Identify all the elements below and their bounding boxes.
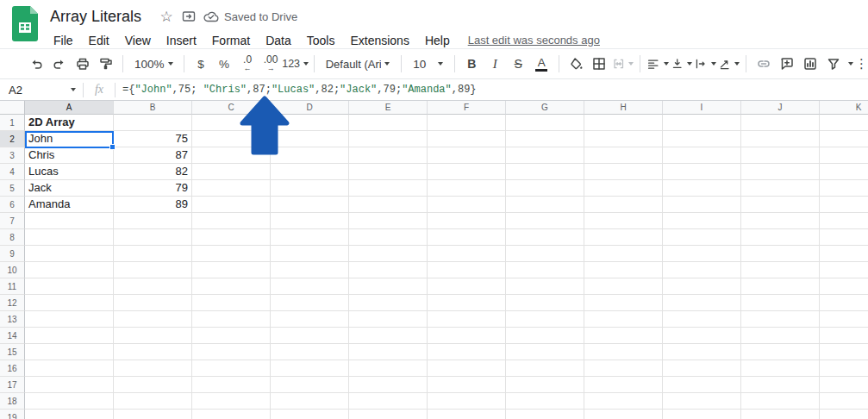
cell-K12[interactable]	[820, 295, 868, 311]
row-header-3[interactable]: 3	[0, 147, 25, 164]
cell-B15[interactable]	[114, 344, 192, 360]
cell-J17[interactable]	[741, 377, 820, 393]
cell-D18[interactable]	[271, 393, 349, 410]
cell-J6[interactable]	[741, 197, 820, 213]
cell-H8[interactable]	[584, 229, 663, 246]
cell-H5[interactable]	[584, 180, 663, 197]
cell-E11[interactable]	[349, 278, 428, 295]
font-size-dropdown[interactable]: 10	[408, 53, 448, 75]
cell-H1[interactable]	[584, 115, 663, 131]
cell-E8[interactable]	[349, 229, 428, 246]
increase-decimal-button[interactable]: .00→	[260, 53, 282, 75]
vertical-align-button[interactable]	[671, 53, 692, 75]
cell-A17[interactable]	[25, 377, 114, 393]
cell-J5[interactable]	[741, 180, 820, 197]
cell-I10[interactable]	[663, 262, 741, 278]
cell-E7[interactable]	[349, 213, 428, 229]
cell-F10[interactable]	[428, 262, 506, 278]
cell-H16[interactable]	[584, 360, 663, 377]
document-title[interactable]: Array Literals	[50, 8, 141, 26]
row-header-10[interactable]: 10	[0, 262, 25, 278]
cell-F13[interactable]	[428, 311, 506, 328]
cell-D7[interactable]	[271, 213, 349, 229]
cell-F5[interactable]	[428, 180, 506, 197]
cell-J15[interactable]	[741, 344, 820, 360]
row-header-12[interactable]: 12	[0, 295, 25, 311]
cell-C6[interactable]	[192, 197, 271, 213]
cell-K4[interactable]	[820, 164, 868, 180]
cell-E1[interactable]	[349, 115, 428, 131]
cell-F3[interactable]	[428, 147, 506, 164]
cell-H12[interactable]	[584, 295, 663, 311]
cell-B12[interactable]	[114, 295, 192, 311]
cell-I15[interactable]	[663, 344, 741, 360]
insert-link-button[interactable]	[752, 53, 774, 75]
cell-I14[interactable]	[663, 328, 741, 344]
cell-D5[interactable]	[271, 180, 349, 197]
cell-E14[interactable]	[349, 328, 428, 344]
row-header-8[interactable]: 8	[0, 229, 25, 246]
cell-I13[interactable]	[663, 311, 741, 328]
cell-I5[interactable]	[663, 180, 741, 197]
cell-K13[interactable]	[820, 311, 868, 328]
cell-D9[interactable]	[271, 246, 349, 262]
cell-I3[interactable]	[663, 147, 741, 164]
cell-K10[interactable]	[820, 262, 868, 278]
row-header-19[interactable]: 19	[0, 410, 25, 419]
cell-A9[interactable]	[25, 246, 114, 262]
cell-G19[interactable]	[506, 410, 584, 419]
cell-K17[interactable]	[820, 377, 868, 393]
cell-F1[interactable]	[428, 115, 506, 131]
cell-G18[interactable]	[506, 393, 584, 410]
cell-E19[interactable]	[349, 410, 428, 419]
cell-I6[interactable]	[663, 197, 741, 213]
cell-H14[interactable]	[584, 328, 663, 344]
cell-H2[interactable]	[584, 131, 663, 147]
fill-color-button[interactable]	[565, 53, 587, 75]
cell-B17[interactable]	[114, 377, 192, 393]
row-header-2[interactable]: 2	[0, 131, 25, 147]
cell-D14[interactable]	[271, 328, 349, 344]
cell-G15[interactable]	[506, 344, 584, 360]
cell-H17[interactable]	[584, 377, 663, 393]
cell-B13[interactable]	[114, 311, 192, 328]
cell-D16[interactable]	[271, 360, 349, 377]
text-wrap-button[interactable]	[694, 53, 715, 75]
row-header-6[interactable]: 6	[0, 197, 25, 213]
cell-J9[interactable]	[741, 246, 820, 262]
row-header-18[interactable]: 18	[0, 393, 25, 410]
cell-I18[interactable]	[663, 393, 741, 410]
row-header-14[interactable]: 14	[0, 328, 25, 344]
cell-C3[interactable]	[192, 147, 271, 164]
row-header-4[interactable]: 4	[0, 164, 25, 180]
menu-help[interactable]: Help	[417, 32, 458, 49]
cell-D13[interactable]	[271, 311, 349, 328]
cell-G2[interactable]	[506, 131, 584, 147]
cell-J2[interactable]	[741, 131, 820, 147]
column-header-G[interactable]: G	[506, 101, 584, 115]
insert-chart-button[interactable]	[799, 53, 821, 75]
font-dropdown[interactable]: Default (Ari...	[321, 53, 396, 75]
filter-button[interactable]	[822, 53, 844, 75]
move-icon[interactable]	[178, 5, 200, 28]
cell-F16[interactable]	[428, 360, 506, 377]
cell-J10[interactable]	[741, 262, 820, 278]
cell-J14[interactable]	[741, 328, 820, 344]
cell-B5[interactable]: 79	[114, 180, 192, 197]
row-header-1[interactable]: 1	[0, 115, 25, 131]
cell-A7[interactable]	[25, 213, 114, 229]
sheets-logo[interactable]	[12, 6, 38, 41]
save-status[interactable]: Saved to Drive	[203, 10, 297, 23]
cell-F9[interactable]	[428, 246, 506, 262]
cell-B19[interactable]	[114, 410, 192, 419]
cell-A13[interactable]	[25, 311, 114, 328]
cell-E9[interactable]	[349, 246, 428, 262]
cell-A11[interactable]	[25, 278, 114, 295]
column-header-E[interactable]: E	[349, 101, 428, 115]
cell-K15[interactable]	[820, 344, 868, 360]
cell-K11[interactable]	[820, 278, 868, 295]
column-header-I[interactable]: I	[663, 101, 741, 115]
row-header-16[interactable]: 16	[0, 360, 25, 377]
undo-button[interactable]	[25, 53, 47, 75]
cell-K14[interactable]	[820, 328, 868, 344]
